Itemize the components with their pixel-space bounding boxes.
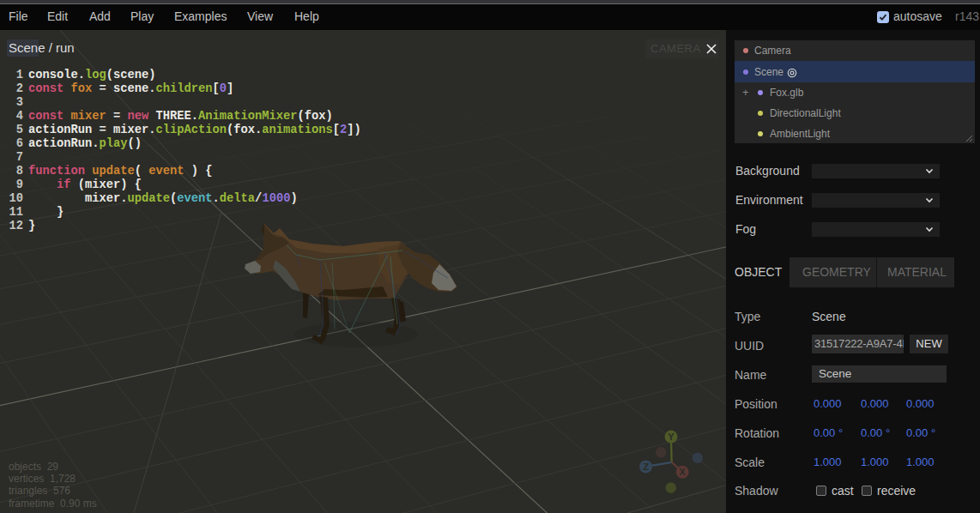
svg-text:Z: Z	[643, 462, 649, 472]
svg-text:X: X	[680, 467, 687, 477]
svg-text:Y: Y	[668, 432, 675, 442]
